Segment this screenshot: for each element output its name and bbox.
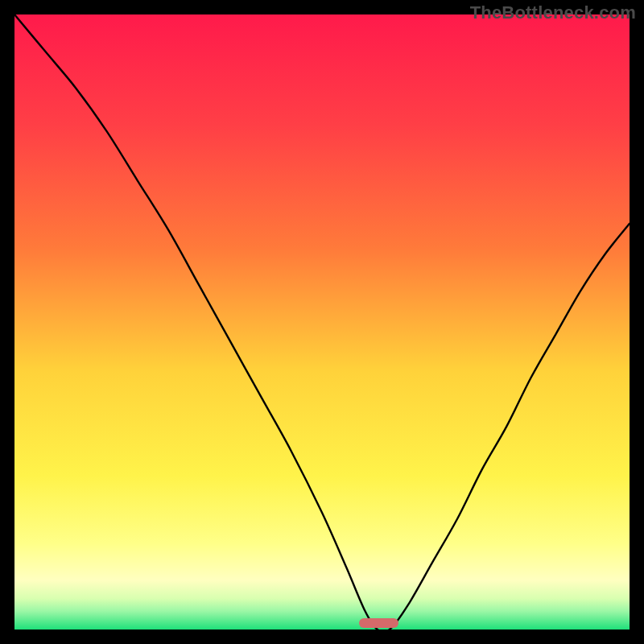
watermark-text: TheBottleneck.com <box>470 2 636 23</box>
plot-area <box>14 14 630 630</box>
optimum-marker <box>359 618 399 628</box>
bottleneck-curve <box>14 14 630 630</box>
chart-frame: TheBottleneck.com <box>0 0 644 644</box>
